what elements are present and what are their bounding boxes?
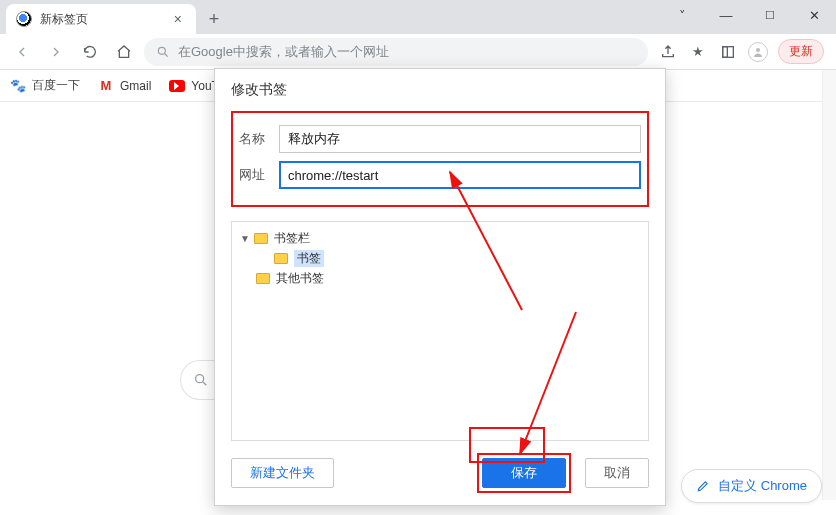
reading-list-icon[interactable] — [718, 44, 738, 60]
window-restore-down-icon[interactable]: ˅ — [660, 0, 704, 30]
baidu-icon: 🐾 — [10, 78, 26, 94]
bookmark-star-icon[interactable]: ★ — [688, 44, 708, 59]
tree-label: 其他书签 — [276, 270, 324, 287]
dialog-actions: 新建文件夹 保存 取消 — [215, 441, 665, 505]
new-folder-button[interactable]: 新建文件夹 — [231, 458, 334, 488]
edit-bookmark-dialog: 修改书签 名称 网址 ▼ 书签栏 书签 其他书签 新建文件夹 — [214, 68, 666, 506]
update-button[interactable]: 更新 — [778, 39, 824, 64]
window-controls: ˅ — ☐ ✕ — [660, 0, 836, 30]
scrollbar-track[interactable] — [822, 70, 836, 500]
cancel-button[interactable]: 取消 — [585, 458, 649, 488]
tree-expand-icon[interactable]: ▼ — [240, 233, 252, 244]
annotation-red-box-inputs: 名称 网址 — [231, 111, 649, 207]
folder-icon — [274, 253, 288, 264]
annotation-red-box-empty — [469, 427, 545, 463]
tab-title: 新标签页 — [40, 11, 170, 28]
home-button[interactable] — [110, 38, 138, 66]
share-icon[interactable] — [658, 44, 678, 60]
browser-tab[interactable]: 新标签页 × — [6, 4, 196, 34]
customize-label: 自定义 Chrome — [718, 477, 807, 495]
bookmark-baidu[interactable]: 🐾 百度一下 — [10, 77, 80, 94]
tree-node-other[interactable]: 其他书签 — [236, 268, 644, 288]
bookmark-url-input[interactable] — [279, 161, 641, 189]
tab-close-icon[interactable]: × — [170, 11, 186, 27]
omnibox-placeholder: 在Google中搜索，或者输入一个网址 — [178, 43, 389, 61]
svg-point-0 — [158, 47, 165, 54]
youtube-icon — [169, 80, 185, 92]
tree-node-selected[interactable]: 书签 — [236, 248, 644, 268]
new-tab-button[interactable]: + — [200, 5, 228, 33]
window-minimize-icon[interactable]: — — [704, 0, 748, 30]
bookmark-label: 百度一下 — [32, 77, 80, 94]
svg-point-3 — [756, 48, 760, 52]
forward-button[interactable] — [42, 38, 70, 66]
window-maximize-icon[interactable]: ☐ — [748, 0, 792, 30]
url-label: 网址 — [239, 166, 279, 184]
bookmark-gmail[interactable]: M Gmail — [98, 78, 151, 94]
svg-point-4 — [195, 375, 203, 383]
omnibox[interactable]: 在Google中搜索，或者输入一个网址 — [144, 38, 648, 66]
name-label: 名称 — [239, 130, 279, 148]
titlebar: 新标签页 × + ˅ — ☐ ✕ — [0, 0, 836, 34]
bookmark-label: Gmail — [120, 79, 151, 93]
tree-label-selected: 书签 — [294, 250, 324, 267]
window-close-icon[interactable]: ✕ — [792, 0, 836, 30]
tree-node-bookmarks-bar[interactable]: ▼ 书签栏 — [236, 228, 644, 248]
tab-favicon — [16, 11, 32, 27]
toolbar: 在Google中搜索，或者输入一个网址 ★ 更新 — [0, 34, 836, 70]
gmail-icon: M — [98, 78, 114, 94]
svg-rect-2 — [723, 46, 728, 57]
search-icon — [156, 45, 170, 59]
folder-icon — [256, 273, 270, 284]
bookmark-name-input[interactable] — [279, 125, 641, 153]
bookmark-folder-tree[interactable]: ▼ 书签栏 书签 其他书签 — [231, 221, 649, 441]
profile-avatar[interactable] — [748, 42, 768, 62]
reload-button[interactable] — [76, 38, 104, 66]
toolbar-right: ★ 更新 — [654, 39, 828, 64]
back-button[interactable] — [8, 38, 36, 66]
folder-icon — [254, 233, 268, 244]
pencil-icon — [696, 479, 710, 493]
tree-label: 书签栏 — [274, 230, 310, 247]
dialog-title: 修改书签 — [215, 69, 665, 107]
customize-chrome-button[interactable]: 自定义 Chrome — [681, 469, 822, 503]
